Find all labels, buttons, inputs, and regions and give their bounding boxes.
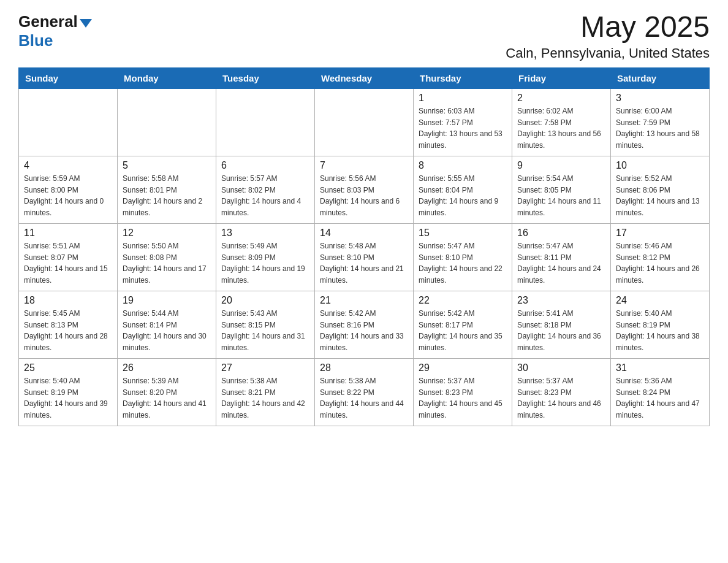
day-cell: 18Sunrise: 5:45 AMSunset: 8:13 PMDayligh… [19,291,118,359]
weekday-header-sunday: Sunday [19,68,118,89]
day-cell: 10Sunrise: 5:52 AMSunset: 8:06 PMDayligh… [611,156,710,224]
day-cell: 28Sunrise: 5:38 AMSunset: 8:22 PMDayligh… [315,359,414,426]
day-info: Sunrise: 6:00 AMSunset: 7:59 PMDaylight:… [616,105,704,151]
day-info: Sunrise: 5:54 AMSunset: 8:05 PMDaylight:… [517,173,605,218]
day-number: 31 [616,362,704,373]
day-cell: 9Sunrise: 5:54 AMSunset: 8:05 PMDaylight… [512,156,611,224]
day-info: Sunrise: 5:52 AMSunset: 8:06 PMDaylight:… [616,173,704,218]
day-info: Sunrise: 5:37 AMSunset: 8:23 PMDaylight:… [517,375,605,421]
day-info: Sunrise: 5:36 AMSunset: 8:24 PMDaylight:… [616,375,704,421]
day-cell: 20Sunrise: 5:43 AMSunset: 8:15 PMDayligh… [216,291,315,359]
day-number: 30 [517,362,605,373]
day-cell: 15Sunrise: 5:47 AMSunset: 8:10 PMDayligh… [414,224,512,291]
week-row-5: 25Sunrise: 5:40 AMSunset: 8:19 PMDayligh… [19,359,710,426]
logo-triangle-icon [80,19,92,28]
day-cell: 22Sunrise: 5:42 AMSunset: 8:17 PMDayligh… [414,291,512,359]
week-row-1: 1Sunrise: 6:03 AMSunset: 7:57 PMDaylight… [19,89,710,156]
day-cell: 11Sunrise: 5:51 AMSunset: 8:07 PMDayligh… [19,224,118,291]
page-header: General Blue May 2025 Caln, Pennsylvania… [18,12,710,61]
day-cell: 21Sunrise: 5:42 AMSunset: 8:16 PMDayligh… [315,291,414,359]
day-cell: 12Sunrise: 5:50 AMSunset: 8:08 PMDayligh… [118,224,216,291]
day-cell: 30Sunrise: 5:37 AMSunset: 8:23 PMDayligh… [512,359,611,426]
calendar-table: SundayMondayTuesdayWednesdayThursdayFrid… [18,67,710,426]
month-title: May 2025 [506,12,710,42]
weekday-header-saturday: Saturday [611,68,710,89]
day-cell: 2Sunrise: 6:02 AMSunset: 7:58 PMDaylight… [512,89,611,156]
day-info: Sunrise: 5:40 AMSunset: 8:19 PMDaylight:… [616,308,704,353]
day-cell: 5Sunrise: 5:58 AMSunset: 8:01 PMDaylight… [118,156,216,224]
logo-blue-text: Blue [18,31,53,50]
day-info: Sunrise: 5:44 AMSunset: 8:14 PMDaylight:… [123,308,211,353]
day-info: Sunrise: 5:51 AMSunset: 8:07 PMDaylight:… [24,240,112,286]
day-number: 19 [123,295,211,306]
day-cell: 23Sunrise: 5:41 AMSunset: 8:18 PMDayligh… [512,291,611,359]
day-number: 12 [123,228,211,239]
day-number: 6 [221,160,309,171]
day-cell: 17Sunrise: 5:46 AMSunset: 8:12 PMDayligh… [611,224,710,291]
day-number: 8 [419,160,507,171]
day-info: Sunrise: 6:03 AMSunset: 7:57 PMDaylight:… [419,105,507,151]
day-info: Sunrise: 5:41 AMSunset: 8:18 PMDaylight:… [517,308,605,353]
week-row-2: 4Sunrise: 5:59 AMSunset: 8:00 PMDaylight… [19,156,710,224]
day-cell: 14Sunrise: 5:48 AMSunset: 8:10 PMDayligh… [315,224,414,291]
day-cell: 26Sunrise: 5:39 AMSunset: 8:20 PMDayligh… [118,359,216,426]
day-number: 15 [419,228,507,239]
day-number: 22 [419,295,507,306]
day-cell: 6Sunrise: 5:57 AMSunset: 8:02 PMDaylight… [216,156,315,224]
day-cell: 24Sunrise: 5:40 AMSunset: 8:19 PMDayligh… [611,291,710,359]
day-cell: 3Sunrise: 6:00 AMSunset: 7:59 PMDaylight… [611,89,710,156]
day-info: Sunrise: 5:40 AMSunset: 8:19 PMDaylight:… [24,375,112,421]
day-cell: 16Sunrise: 5:47 AMSunset: 8:11 PMDayligh… [512,224,611,291]
day-number: 11 [24,228,112,239]
day-cell: 7Sunrise: 5:56 AMSunset: 8:03 PMDaylight… [315,156,414,224]
day-number: 27 [221,362,309,373]
weekday-header-wednesday: Wednesday [315,68,414,89]
logo: General Blue [18,12,92,50]
day-info: Sunrise: 5:56 AMSunset: 8:03 PMDaylight:… [320,173,408,218]
day-number: 24 [616,295,704,306]
day-number: 29 [419,362,507,373]
day-cell: 29Sunrise: 5:37 AMSunset: 8:23 PMDayligh… [414,359,512,426]
location-title: Caln, Pennsylvania, United States [506,45,710,61]
day-cell: 31Sunrise: 5:36 AMSunset: 8:24 PMDayligh… [611,359,710,426]
day-number: 13 [221,228,309,239]
day-number: 17 [616,228,704,239]
day-cell: 27Sunrise: 5:38 AMSunset: 8:21 PMDayligh… [216,359,315,426]
day-info: Sunrise: 5:55 AMSunset: 8:04 PMDaylight:… [419,173,507,218]
day-number: 10 [616,160,704,171]
day-info: Sunrise: 5:38 AMSunset: 8:22 PMDaylight:… [320,375,408,421]
logo-general-text: General [18,12,78,31]
day-number: 25 [24,362,112,373]
day-info: Sunrise: 5:49 AMSunset: 8:09 PMDaylight:… [221,240,309,286]
day-info: Sunrise: 5:58 AMSunset: 8:01 PMDaylight:… [123,173,211,218]
day-info: Sunrise: 5:48 AMSunset: 8:10 PMDaylight:… [320,240,408,286]
day-info: Sunrise: 5:43 AMSunset: 8:15 PMDaylight:… [221,308,309,353]
week-row-4: 18Sunrise: 5:45 AMSunset: 8:13 PMDayligh… [19,291,710,359]
day-cell [315,89,414,156]
day-number: 14 [320,228,408,239]
day-number: 28 [320,362,408,373]
day-number: 2 [517,93,605,104]
day-cell [216,89,315,156]
day-info: Sunrise: 5:57 AMSunset: 8:02 PMDaylight:… [221,173,309,218]
day-number: 5 [123,160,211,171]
day-number: 1 [419,93,507,104]
day-cell: 13Sunrise: 5:49 AMSunset: 8:09 PMDayligh… [216,224,315,291]
title-section: May 2025 Caln, Pennsylvania, United Stat… [506,12,710,61]
day-info: Sunrise: 5:50 AMSunset: 8:08 PMDaylight:… [123,240,211,286]
day-info: Sunrise: 5:45 AMSunset: 8:13 PMDaylight:… [24,308,112,353]
day-number: 16 [517,228,605,239]
weekday-header-friday: Friday [512,68,611,89]
day-number: 23 [517,295,605,306]
weekday-header-row: SundayMondayTuesdayWednesdayThursdayFrid… [19,68,710,89]
day-number: 21 [320,295,408,306]
day-info: Sunrise: 5:47 AMSunset: 8:11 PMDaylight:… [517,240,605,286]
weekday-header-tuesday: Tuesday [216,68,315,89]
day-info: Sunrise: 5:47 AMSunset: 8:10 PMDaylight:… [419,240,507,286]
day-cell: 4Sunrise: 5:59 AMSunset: 8:00 PMDaylight… [19,156,118,224]
day-number: 3 [616,93,704,104]
weekday-header-monday: Monday [118,68,216,89]
day-number: 18 [24,295,112,306]
day-cell [118,89,216,156]
day-cell: 25Sunrise: 5:40 AMSunset: 8:19 PMDayligh… [19,359,118,426]
